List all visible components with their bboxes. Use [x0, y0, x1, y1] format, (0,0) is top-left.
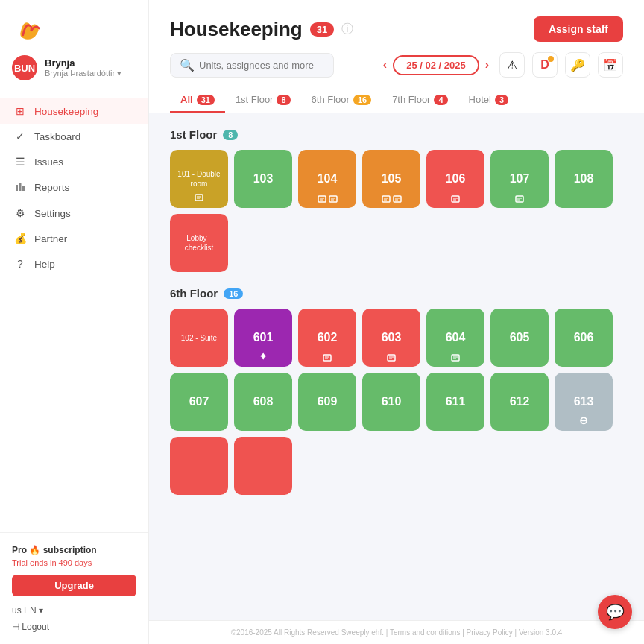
room-614[interactable]: [170, 437, 228, 495]
room-612[interactable]: 612: [490, 373, 549, 431]
sidebar-nav: ⊞ Housekeeping ✓ Taskboard ☰ Issues Repo…: [0, 92, 148, 532]
tab-7th-floor[interactable]: 7th Floor 4: [382, 88, 458, 113]
room-105-icons: [382, 195, 402, 203]
sidebar-item-issues[interactable]: ☰ Issues: [0, 149, 148, 174]
room-lobby[interactable]: Lobby - checklist: [170, 214, 228, 272]
chat-bubble-button[interactable]: 💬: [598, 595, 632, 629]
room-103[interactable]: 103: [234, 150, 292, 208]
user-profile[interactable]: BUN Brynja Brynja Þrastardóttir ▾: [0, 49, 148, 92]
date-prev-arrow[interactable]: ‹: [383, 58, 387, 72]
total-count-badge: 31: [310, 22, 334, 37]
room-601[interactable]: 601 ✦: [234, 309, 292, 367]
room-106[interactable]: 106: [426, 150, 484, 208]
sidebar-item-label: Reports: [34, 182, 69, 193]
main-content: Housekeeping 31 ⓘ Assign staff 🔍 ‹ 25 / …: [149, 0, 644, 644]
room-611-label: 611: [446, 395, 466, 408]
floor-1st-label: 1st Floor: [170, 128, 217, 141]
calendar-button[interactable]: 📅: [598, 52, 623, 78]
sidebar-item-help[interactable]: ? Help: [0, 251, 148, 277]
search-box[interactable]: 🔍: [170, 53, 334, 78]
notifications-button[interactable]: D: [532, 52, 558, 78]
reports-icon: [13, 181, 27, 194]
title-row: Housekeeping 31 ⓘ: [170, 18, 353, 41]
svg-rect-1: [19, 183, 22, 191]
room-606[interactable]: 606: [555, 309, 613, 367]
tab-1f-label: 1st Floor: [236, 94, 274, 105]
room-605-label: 605: [510, 331, 530, 344]
language-selector[interactable]: us EN ▾: [12, 605, 136, 616]
tab-6f-label: 6th Floor: [312, 94, 350, 105]
floor-6th-count: 16: [224, 288, 243, 299]
room-108-label: 108: [574, 172, 594, 186]
svg-rect-15: [394, 196, 401, 202]
room-609-label: 609: [318, 395, 338, 408]
room-615[interactable]: [234, 437, 292, 495]
svg-rect-2: [22, 186, 25, 191]
floor-6th-title: 6th Floor 16: [170, 287, 623, 300]
room-603-label: 603: [382, 331, 402, 344]
room-101[interactable]: 101 - Double room: [170, 150, 228, 208]
tab-7f-label: 7th Floor: [392, 94, 430, 105]
tab-1st-floor[interactable]: 1st Floor 8: [225, 88, 301, 113]
key-icon: 🔑: [570, 58, 585, 72]
key-button[interactable]: 🔑: [565, 52, 590, 78]
svg-rect-9: [329, 196, 337, 202]
room-607[interactable]: 607: [170, 373, 228, 431]
upgrade-button[interactable]: Upgrade: [12, 575, 136, 596]
room-604[interactable]: 604: [426, 309, 484, 367]
room-104[interactable]: 104: [298, 150, 356, 208]
avatar: BUN: [12, 55, 37, 80]
svg-rect-18: [452, 196, 459, 202]
room-102[interactable]: 102 - Suite: [170, 309, 228, 367]
header-top: Housekeeping 31 ⓘ Assign staff: [170, 16, 623, 42]
logout-link[interactable]: ⊣ Logout: [12, 622, 136, 632]
assign-staff-button[interactable]: Assign staff: [534, 16, 623, 42]
room-lobby-label: Lobby - checklist: [170, 233, 228, 253]
tab-hotel-count: 3: [495, 95, 508, 105]
room-604-icons: [451, 353, 460, 362]
room-107-icons: [515, 195, 524, 203]
checklist-icon: [195, 193, 203, 203]
sidebar-item-housekeeping[interactable]: ⊞ Housekeeping: [0, 98, 148, 124]
tab-6f-count: 16: [353, 95, 371, 105]
room-613[interactable]: 613 ⊖: [555, 373, 613, 431]
room-602[interactable]: 602: [298, 309, 356, 367]
tab-all-label: All: [180, 94, 193, 105]
room-610-label: 610: [382, 395, 402, 408]
sidebar-item-taskboard[interactable]: ✓ Taskboard: [0, 124, 148, 149]
special-icon: ✦: [259, 350, 268, 362]
info-icon[interactable]: ⓘ: [341, 22, 353, 37]
user-subtitle: Brynja Þrastardóttir ▾: [45, 69, 136, 78]
sidebar-item-settings[interactable]: ⚙ Settings: [0, 201, 148, 226]
tab-all[interactable]: All 31: [170, 88, 225, 113]
room-104-icons: [318, 195, 338, 203]
tab-hotel[interactable]: Hotel 3: [458, 88, 519, 113]
room-105[interactable]: 105: [362, 150, 420, 208]
room-610[interactable]: 610: [362, 373, 420, 431]
room-108[interactable]: 108: [555, 150, 613, 208]
room-603[interactable]: 603: [362, 309, 420, 367]
sidebar-item-partner[interactable]: 💰 Partner: [0, 226, 148, 251]
room-105-label: 105: [382, 172, 402, 186]
floor-6th-grid: 102 - Suite 601 ✦ 602: [170, 309, 623, 495]
page-footer: ©2016-2025 All Rights Reserved Sweeply e…: [149, 620, 644, 644]
sidebar-item-label: Partner: [34, 233, 67, 244]
room-608[interactable]: 608: [234, 373, 292, 431]
sidebar-item-label: Issues: [34, 157, 63, 168]
search-input[interactable]: [199, 60, 324, 71]
alert-icon-button[interactable]: ⚠: [499, 52, 525, 78]
room-611[interactable]: 611: [426, 373, 484, 431]
room-605[interactable]: 605: [490, 309, 549, 367]
tab-1f-count: 8: [277, 95, 290, 105]
room-107[interactable]: 107: [490, 150, 549, 208]
tab-6th-floor[interactable]: 6th Floor 16: [301, 88, 382, 113]
floor-6th-label: 6th Floor: [170, 287, 218, 300]
minus-circle-icon: ⊖: [579, 414, 588, 426]
date-next-arrow[interactable]: ›: [485, 58, 489, 72]
room-607-label: 607: [189, 395, 209, 408]
room-608-label: 608: [253, 395, 274, 408]
svg-rect-12: [382, 196, 390, 202]
room-609[interactable]: 609: [298, 373, 356, 431]
chat-icon: 💬: [606, 603, 625, 621]
sidebar-item-reports[interactable]: Reports: [0, 174, 148, 201]
